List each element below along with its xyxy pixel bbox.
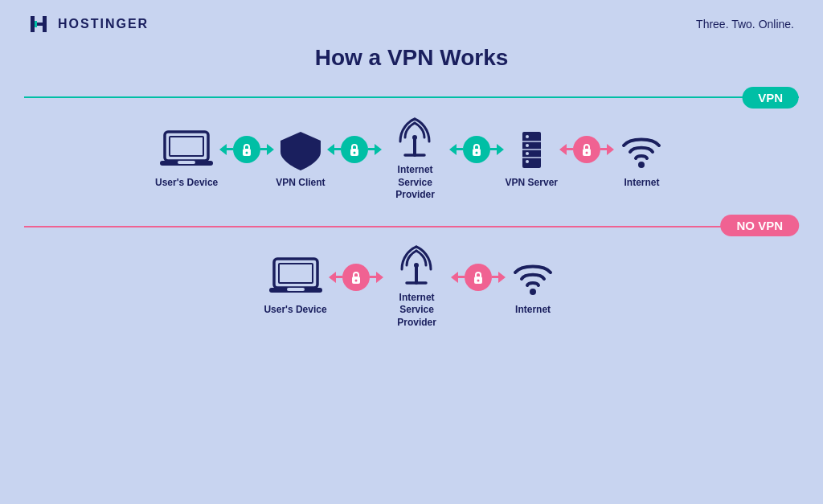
vpn-user-device: User's Device xyxy=(155,128,218,190)
novpn-internet: Internet xyxy=(507,255,559,317)
laptop-icon xyxy=(158,128,215,172)
svg-point-23 xyxy=(526,152,529,155)
svg-point-27 xyxy=(638,162,645,168)
wifi-icon-2 xyxy=(507,255,559,299)
lock-red-icon xyxy=(465,264,492,291)
svg-point-36 xyxy=(414,263,419,268)
svg-rect-1 xyxy=(43,16,47,32)
lock-green-icon xyxy=(341,136,368,163)
svg-point-22 xyxy=(526,144,529,147)
vpn-isp-label: Internet Service Provider xyxy=(383,164,448,202)
svg-point-38 xyxy=(477,279,479,281)
svg-point-14 xyxy=(412,135,417,140)
antenna-icon xyxy=(389,115,441,159)
novpn-arrow-2 xyxy=(451,264,506,291)
vpn-arrow-2 xyxy=(327,136,382,163)
novpn-internet-label: Internet xyxy=(515,304,551,317)
svg-point-21 xyxy=(526,135,529,138)
lock-red-icon xyxy=(573,136,600,163)
svg-point-26 xyxy=(585,151,588,154)
svg-rect-0 xyxy=(31,16,35,32)
shield-icon xyxy=(276,128,325,172)
arrow-stem xyxy=(336,276,342,278)
vpn-server-label: VPN Server xyxy=(506,177,558,190)
arrow-left-icon xyxy=(329,272,336,283)
arrow-left-icon xyxy=(559,144,567,155)
svg-point-9 xyxy=(246,151,248,154)
svg-rect-3 xyxy=(35,21,37,27)
arrow-left-icon xyxy=(451,272,458,283)
svg-point-39 xyxy=(530,289,536,295)
arrow-right-icon xyxy=(607,144,614,155)
tagline: Three. Two. Online. xyxy=(696,18,794,31)
arrow-stem xyxy=(492,276,498,278)
arrow-right-icon xyxy=(375,144,382,155)
vpn-internet-label: Internet xyxy=(624,177,659,190)
arrow-stem xyxy=(567,148,573,150)
novpn-user-device: User's Device xyxy=(264,255,326,317)
arrow-stem xyxy=(368,148,375,150)
vpn-client: VPN Client xyxy=(276,128,325,190)
arrow-left-icon xyxy=(219,144,227,155)
hostinger-logo-icon xyxy=(29,14,51,34)
vpn-arrow-3 xyxy=(449,136,504,163)
arrow-left-icon xyxy=(449,144,457,155)
svg-point-33 xyxy=(354,279,357,281)
lock-red-icon xyxy=(342,264,370,291)
antenna-icon-2 xyxy=(391,243,443,287)
logo: HOSTINGER xyxy=(29,14,149,34)
svg-point-16 xyxy=(475,151,477,154)
vpn-server: VPN Server xyxy=(506,128,558,190)
svg-rect-5 xyxy=(170,137,203,156)
svg-rect-31 xyxy=(287,288,305,291)
arrow-right-icon xyxy=(376,272,383,283)
sections: VPN User's Device xyxy=(0,79,823,330)
vpn-internet: Internet xyxy=(616,128,668,190)
arrow-right-icon xyxy=(498,272,506,283)
arrow-stem xyxy=(458,276,465,278)
logo-text: HOSTINGER xyxy=(58,17,149,31)
vpn-badge: VPN xyxy=(742,87,799,109)
svg-point-24 xyxy=(526,160,529,163)
novpn-icon-row: User's Device xyxy=(24,243,799,330)
arrow-stem xyxy=(490,148,497,150)
novpn-user-device-label: User's Device xyxy=(264,304,326,317)
svg-rect-7 xyxy=(178,161,195,164)
arrow-stem xyxy=(227,148,233,150)
laptop-icon-2 xyxy=(268,255,324,299)
vpn-arrow-1 xyxy=(219,136,274,163)
novpn-isp: Internet Service Provider xyxy=(385,243,449,330)
vpn-isp: Internet Service Provider xyxy=(383,115,448,202)
vpn-client-label: VPN Client xyxy=(276,177,325,190)
svg-rect-29 xyxy=(279,264,313,283)
svg-point-11 xyxy=(353,151,355,154)
vpn-arrow-4 xyxy=(559,136,614,163)
server-icon xyxy=(510,128,554,172)
vpn-icon-row: User's Device xyxy=(24,115,799,202)
novpn-section: NO VPN User's Device xyxy=(24,208,799,330)
arrow-stem xyxy=(457,148,463,150)
arrow-stem xyxy=(370,276,376,278)
wifi-icon xyxy=(616,128,668,172)
arrow-stem xyxy=(260,148,267,150)
novpn-isp-label: Internet Service Provider xyxy=(385,292,449,330)
arrow-right-icon xyxy=(497,144,504,155)
arrow-stem xyxy=(600,148,607,150)
vpn-section: VPN User's Device xyxy=(24,79,799,208)
main-title: How a VPN Works xyxy=(315,45,509,71)
lock-green-icon xyxy=(463,136,490,163)
novpn-arrow-1 xyxy=(329,264,383,291)
vpn-user-device-label: User's Device xyxy=(155,177,218,190)
arrow-stem xyxy=(334,148,341,150)
arrow-right-icon xyxy=(267,144,274,155)
lock-green-icon xyxy=(233,136,260,163)
header: HOSTINGER Three. Two. Online. xyxy=(0,0,823,34)
page: HOSTINGER Three. Two. Online. How a VPN … xyxy=(0,0,823,504)
novpn-badge: NO VPN xyxy=(720,215,799,236)
arrow-left-icon xyxy=(327,144,334,155)
